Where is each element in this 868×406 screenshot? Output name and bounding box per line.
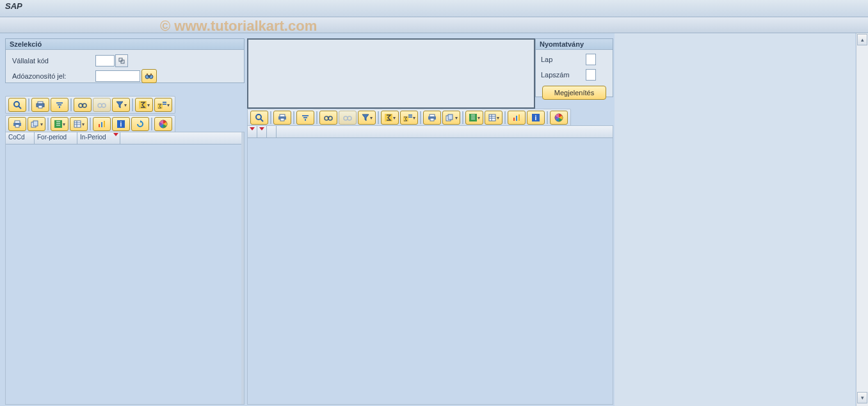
set-filter-button-r[interactable]: ▾ <box>358 111 376 125</box>
svg-rect-63 <box>489 114 495 121</box>
magnifier-icon <box>255 113 264 122</box>
find-next-button[interactable] <box>93 98 111 112</box>
svg-rect-22 <box>163 102 166 103</box>
tax-id-search-button[interactable] <box>141 69 157 83</box>
export-button-r[interactable] <box>423 111 441 125</box>
title-bar: SAP <box>0 0 868 17</box>
print-icon <box>278 114 287 121</box>
print-button-r[interactable] <box>273 111 291 125</box>
column-r2[interactable] <box>257 126 267 137</box>
app-body: Szelekció Vállalat kód Adóazonosító jel:… <box>0 33 868 406</box>
refresh-button[interactable] <box>131 117 149 131</box>
info-button[interactable]: i <box>112 117 130 131</box>
layout-button-r[interactable]: ▾ <box>485 111 502 125</box>
abc-button-r[interactable] <box>550 111 568 125</box>
svg-point-51 <box>344 116 348 120</box>
svg-rect-67 <box>513 118 515 121</box>
svg-point-52 <box>348 116 351 120</box>
sort-indicator-icon <box>250 127 255 130</box>
send-button-r[interactable]: ▾ <box>442 111 460 125</box>
svg-rect-50 <box>328 118 330 119</box>
subtotal-button[interactable]: ▾ <box>154 98 172 112</box>
company-code-input[interactable] <box>95 55 115 66</box>
print-icon <box>13 120 22 128</box>
column-for-period[interactable]: For-period <box>35 132 77 144</box>
documents-icon <box>31 120 40 128</box>
svg-rect-44 <box>280 118 284 121</box>
vertical-scrollbar[interactable]: ▴ ▾ <box>856 33 868 406</box>
abc-button[interactable] <box>154 117 172 131</box>
documents-icon <box>446 114 454 121</box>
details-button[interactable] <box>8 98 26 112</box>
separator <box>90 118 91 130</box>
splitter-left[interactable] <box>241 132 244 404</box>
tax-id-input[interactable] <box>95 70 140 82</box>
info-icon: i <box>532 114 540 121</box>
svg-rect-55 <box>408 114 412 116</box>
display-button[interactable]: Megjelenítés <box>542 86 606 100</box>
svg-rect-4 <box>148 75 150 77</box>
dropdown-icon: ▾ <box>63 121 65 127</box>
find-button[interactable] <box>74 98 92 112</box>
set-filter-button[interactable]: ▾ <box>112 98 130 112</box>
subtotal-button-r[interactable]: ▾ <box>400 111 418 125</box>
svg-rect-56 <box>408 116 412 118</box>
info-button-r[interactable]: i <box>527 111 545 125</box>
company-code-label: Vállalat kód <box>12 57 95 65</box>
dropdown-icon: ▾ <box>393 115 396 121</box>
sheet-input[interactable] <box>586 54 596 65</box>
svg-rect-12 <box>56 102 63 104</box>
column-r3[interactable] <box>267 126 277 137</box>
export-button[interactable] <box>8 117 26 131</box>
subtotal-icon <box>403 114 412 121</box>
graphic-button[interactable] <box>93 117 111 131</box>
application-toolbar <box>0 17 868 33</box>
tax-id-label: Adóazonosító jel: <box>12 72 95 80</box>
svg-rect-69 <box>518 114 520 121</box>
svg-rect-45 <box>302 115 309 116</box>
scroll-down-button[interactable]: ▾ <box>857 392 867 403</box>
form-header: Nyomtatvány <box>536 39 613 50</box>
graphic-button-r[interactable] <box>508 111 526 125</box>
separator <box>420 111 421 124</box>
sum-button-r[interactable]: ▾ <box>381 111 399 125</box>
layout-button[interactable]: ▾ <box>70 117 88 131</box>
separator <box>270 111 271 124</box>
scroll-track[interactable] <box>856 46 868 391</box>
company-code-f4-button[interactable] <box>115 54 128 67</box>
svg-line-41 <box>261 119 263 121</box>
selection-panel: Szelekció Vállalat kód Adóazonosító jel: <box>5 38 245 83</box>
scroll-up-button[interactable]: ▴ <box>857 34 867 45</box>
alv-grid-right <box>247 125 613 405</box>
svg-rect-17 <box>82 105 84 106</box>
page-count-input[interactable] <box>586 69 596 81</box>
svg-text:i: i <box>120 121 122 128</box>
dropdown-icon: ▾ <box>370 115 373 121</box>
details-button-r[interactable] <box>250 111 268 125</box>
send-button[interactable]: ▾ <box>28 117 45 131</box>
page-count-row: Lapszám <box>541 68 607 82</box>
sort-indicator-icon <box>113 133 118 136</box>
svg-point-19 <box>102 104 106 107</box>
print-preview-button-r[interactable] <box>296 111 314 125</box>
column-r1[interactable] <box>248 126 257 137</box>
local-file-button-r[interactable]: ▾ <box>465 111 483 125</box>
separator <box>462 111 463 124</box>
alv-toolbar-right: ▾ ▾ ▾ ▾ ▾ ▾ i <box>247 109 571 127</box>
separator <box>547 111 548 124</box>
svg-text:i: i <box>535 114 537 121</box>
sum-button[interactable]: ▾ <box>135 98 153 112</box>
column-in-period[interactable]: In-Period <box>77 132 120 144</box>
find-button-r[interactable] <box>319 111 337 125</box>
filter-icon <box>301 114 309 121</box>
print-preview-button[interactable] <box>51 98 68 112</box>
find-next-button-r[interactable] <box>339 111 357 125</box>
svg-rect-59 <box>430 118 434 121</box>
company-code-row: Vállalat kód <box>12 54 237 68</box>
print-button[interactable] <box>31 98 49 112</box>
svg-rect-68 <box>516 116 517 121</box>
column-cocd[interactable]: CoCd <box>6 132 35 144</box>
separator <box>378 111 379 124</box>
local-file-button[interactable]: ▾ <box>51 117 68 131</box>
separator <box>47 118 49 130</box>
